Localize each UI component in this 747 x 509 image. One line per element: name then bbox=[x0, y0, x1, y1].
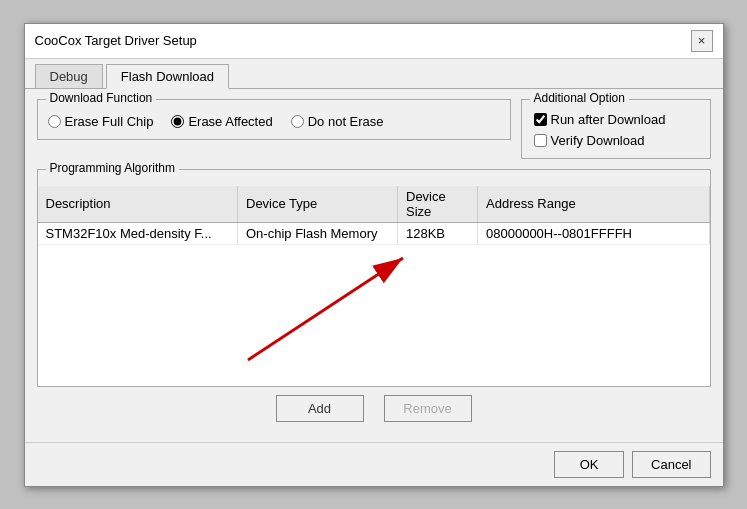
top-section: Download Function Erase Full Chip Erase … bbox=[37, 99, 711, 159]
run-after-download-label: Run after Download bbox=[551, 112, 666, 127]
run-after-download-option[interactable]: Run after Download bbox=[534, 112, 698, 127]
erase-affected-radio[interactable] bbox=[171, 115, 184, 128]
table-body: STM32F10x Med-density F... On-chip Flash… bbox=[38, 222, 710, 244]
dialog-title: CooCox Target Driver Setup bbox=[35, 33, 197, 48]
download-function-label: Download Function bbox=[46, 91, 157, 105]
cell-device-size: 128KB bbox=[398, 222, 478, 244]
dialog-actions: OK Cancel bbox=[25, 442, 723, 486]
erase-full-chip-radio[interactable] bbox=[48, 115, 61, 128]
title-bar: CooCox Target Driver Setup × bbox=[25, 24, 723, 59]
col-description: Description bbox=[38, 186, 238, 223]
programming-algorithm-label: Programming Algorithm bbox=[46, 161, 179, 175]
algorithm-table: Description Device Type Device Size Addr… bbox=[38, 186, 710, 245]
cell-address-range: 08000000H--0801FFFFH bbox=[478, 222, 710, 244]
erase-options: Erase Full Chip Erase Affected Do not Er… bbox=[48, 114, 500, 129]
table-header: Description Device Type Device Size Addr… bbox=[38, 186, 710, 223]
col-device-type: Device Type bbox=[238, 186, 398, 223]
close-button[interactable]: × bbox=[691, 30, 713, 52]
verify-download-checkbox[interactable] bbox=[534, 134, 547, 147]
erase-affected-label: Erase Affected bbox=[188, 114, 272, 129]
cell-device-type: On-chip Flash Memory bbox=[238, 222, 398, 244]
verify-download-label: Verify Download bbox=[551, 133, 645, 148]
ok-button[interactable]: OK bbox=[554, 451, 624, 478]
algorithm-table-area: Description Device Type Device Size Addr… bbox=[38, 186, 710, 386]
erase-full-chip-label: Erase Full Chip bbox=[65, 114, 154, 129]
cancel-button[interactable]: Cancel bbox=[632, 451, 710, 478]
additional-option-group: Additional Option Run after Download Ver… bbox=[521, 99, 711, 159]
additional-option-label: Additional Option bbox=[530, 91, 629, 105]
remove-button[interactable]: Remove bbox=[384, 395, 472, 422]
table-action-buttons: Add Remove bbox=[37, 395, 711, 422]
table-row: STM32F10x Med-density F... On-chip Flash… bbox=[38, 222, 710, 244]
tab-debug[interactable]: Debug bbox=[35, 64, 103, 88]
col-address-range: Address Range bbox=[478, 186, 710, 223]
verify-download-option[interactable]: Verify Download bbox=[534, 133, 698, 148]
dialog: CooCox Target Driver Setup × Debug Flash… bbox=[24, 23, 724, 487]
erase-affected-option[interactable]: Erase Affected bbox=[171, 114, 272, 129]
erase-full-chip-option[interactable]: Erase Full Chip bbox=[48, 114, 154, 129]
content-area: Download Function Erase Full Chip Erase … bbox=[25, 89, 723, 442]
tab-flash-download[interactable]: Flash Download bbox=[106, 64, 229, 89]
do-not-erase-option[interactable]: Do not Erase bbox=[291, 114, 384, 129]
programming-algorithm-group: Programming Algorithm Description Device… bbox=[37, 169, 711, 387]
tab-bar: Debug Flash Download bbox=[25, 59, 723, 89]
cell-description: STM32F10x Med-density F... bbox=[38, 222, 238, 244]
col-device-size: Device Size bbox=[398, 186, 478, 223]
do-not-erase-label: Do not Erase bbox=[308, 114, 384, 129]
download-function-group: Download Function Erase Full Chip Erase … bbox=[37, 99, 511, 140]
add-button[interactable]: Add bbox=[276, 395, 364, 422]
do-not-erase-radio[interactable] bbox=[291, 115, 304, 128]
run-after-download-checkbox[interactable] bbox=[534, 113, 547, 126]
